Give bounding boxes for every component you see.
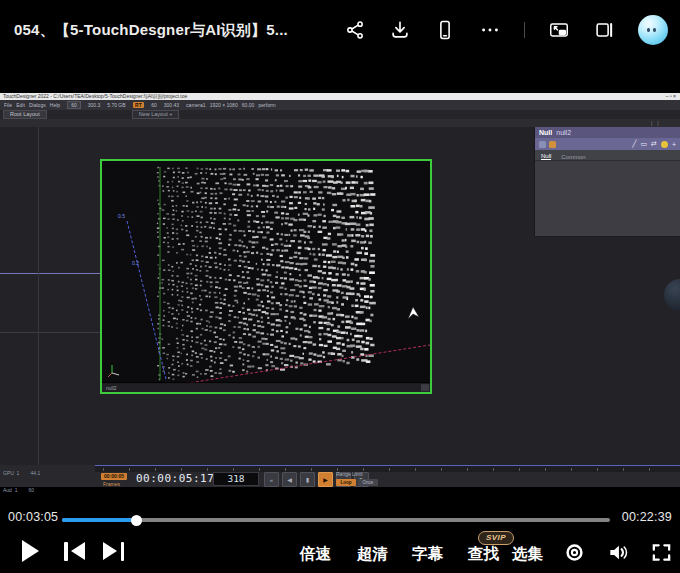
mouse-cursor — [408, 307, 419, 319]
td-once-button: Once — [358, 479, 378, 486]
td-layout-tabs: Root Layout New Layout + — [0, 110, 680, 119]
user-avatar[interactable] — [638, 15, 668, 45]
top-bar-actions — [344, 0, 668, 60]
progress-fill — [62, 518, 137, 522]
td-timecode: 00:00:05:17 — [136, 472, 214, 485]
param-op-type: Null — [539, 129, 552, 136]
viewport-status-text: null2 — [106, 385, 117, 391]
play-button[interactable] — [22, 540, 39, 562]
more-icon[interactable] — [479, 19, 501, 41]
total-time: 00:22:39 — [622, 510, 672, 524]
td-stat-cook: 300.3 — [88, 102, 101, 108]
language-icon — [539, 141, 546, 148]
td-pane-divider — [0, 273, 100, 274]
next-button[interactable] — [102, 542, 124, 561]
td-tab-root-layout: Root Layout — [3, 110, 47, 119]
td-timeline-ruler — [95, 465, 680, 472]
td-stat-output: camera1 1920 × 1080 60.00 perform — [186, 102, 276, 108]
td-window-title: TouchDesigner 2022 - C:/Users/TEA/Deskto… — [3, 93, 187, 99]
td-units-label: Frames — [103, 481, 120, 487]
progress-bar[interactable] — [62, 518, 610, 522]
td-realtime-badge: RT — [133, 102, 145, 109]
current-time: 00:03:05 — [8, 510, 58, 524]
subtitle-button[interactable]: 字幕 — [412, 544, 443, 565]
td-stat-frames: 300.43 — [164, 102, 179, 108]
control-bar: 倍速 超清 字幕 查找 选集 SVIP — [0, 530, 680, 573]
td-toolbar: ◂ ▸ │ / │ 100% ❘❘ — [0, 119, 680, 127]
param-dialog-titlebar: Null null2 — [535, 127, 680, 138]
td-pane-divider — [0, 332, 100, 333]
progress-row: 00:03:05 00:22:39 — [0, 505, 680, 530]
td-window-titlebar: TouchDesigner 2022 - C:/Users/TEA/Deskto… — [0, 93, 680, 100]
measure-label: 0.2 — [132, 260, 139, 266]
td-stat-fps2: 60 — [151, 102, 157, 108]
point-cloud-canvas: 0.5 0.2 null2 — [102, 161, 430, 392]
td-3d-viewport: 0.5 0.2 null2 — [100, 159, 432, 394]
td-tab-new-layout: New Layout + — [132, 110, 180, 119]
td-transport-button: ◀ — [282, 472, 297, 487]
video-surface[interactable]: TEA 新媒体艺术社区 TEA 新媒体艺术社区 TEA 新媒体艺术社区 TEA … — [0, 60, 680, 505]
td-menu-bar: File Edit Dialogs Help 60 300.3 5.70 GB … — [0, 100, 680, 110]
td-fps-box: 60 — [67, 101, 81, 109]
axis-gizmo-z — [108, 373, 112, 377]
volume-icon[interactable] — [606, 541, 629, 564]
mobile-play-icon[interactable] — [434, 19, 456, 41]
toolbar-divider — [524, 22, 525, 38]
td-network-editor: 0.5 0.2 null2 — [0, 127, 680, 465]
td-performance-stats: GPU 1 44.1 Aud 1 60 Crt 0.01 10.31 Tex 2… — [3, 460, 42, 505]
edit-icon: ╱ — [632, 140, 636, 148]
param-dialog-body — [535, 161, 680, 235]
python-icon — [549, 141, 556, 148]
td-parameter-dialog: Null null2 ╱ ▭ ⇄ + — [535, 127, 680, 236]
td-stat-mem: 5.70 GB — [107, 102, 125, 108]
param-dialog-iconbar: ╱ ▭ ⇄ + — [535, 138, 680, 150]
td-transport-button: « — [264, 472, 279, 487]
previous-button[interactable] — [64, 542, 86, 561]
comment-icon: ▭ — [640, 140, 647, 148]
add-icon: + — [672, 141, 676, 148]
td-frame-counter: 318 — [213, 472, 259, 486]
td-menu-items: File Edit Dialogs Help — [4, 102, 60, 108]
quality-button[interactable]: 超清 — [357, 544, 388, 565]
td-play-button: ▶ — [318, 472, 333, 487]
progress-thumb[interactable] — [131, 515, 142, 526]
param-tab-common: Common — [561, 154, 585, 160]
touchdesigner-window: TouchDesigner 2022 - C:/Users/TEA/Deskto… — [0, 93, 680, 487]
param-dialog-tabs: Null Common — [535, 150, 680, 161]
video-title: 054、【5-TouchDesgner与AI识别】5... — [14, 0, 288, 60]
player-window: 054、【5-TouchDesgner与AI识别】5... — [0, 0, 680, 573]
param-tab-null: Null — [541, 153, 551, 160]
download-icon[interactable] — [389, 19, 411, 41]
episodes-button[interactable]: 选集 — [512, 544, 543, 565]
td-range-limit-label: Range Limit — [336, 471, 363, 477]
help-icon — [661, 141, 668, 148]
swap-icon: ⇄ — [651, 140, 657, 148]
pip-icon[interactable] — [548, 19, 570, 41]
top-bar: 054、【5-TouchDesgner与AI识别】5... — [0, 0, 680, 60]
td-transport-button: ▮ — [300, 472, 315, 487]
td-timeline-bar: GPU 1 44.1 Aud 1 60 Crt 0.01 10.31 Tex 2… — [0, 465, 680, 487]
find-button[interactable]: 查找 — [468, 544, 499, 565]
param-op-name: null2 — [556, 129, 571, 136]
axis-gizmo-x — [112, 373, 119, 375]
viewport-status-strip — [102, 383, 430, 392]
settings-icon[interactable] — [563, 541, 586, 564]
td-loop-button: Loop — [336, 479, 356, 486]
viewport-scrollbar-end — [421, 384, 429, 391]
speed-button[interactable]: 倍速 — [300, 544, 331, 565]
td-window-controls: ‒ ▫ × — [666, 93, 676, 100]
share-icon[interactable] — [344, 19, 366, 41]
td-clock-badge: 00:00:05 — [101, 473, 127, 480]
window-mode-icon[interactable] — [593, 19, 615, 41]
fullscreen-icon[interactable] — [650, 541, 673, 564]
measure-label: 0.5 — [118, 213, 125, 219]
td-pane-controls: ❘❘ — [650, 119, 662, 127]
svip-badge: SVIP — [478, 531, 514, 545]
td-pane-divider — [38, 127, 39, 465]
